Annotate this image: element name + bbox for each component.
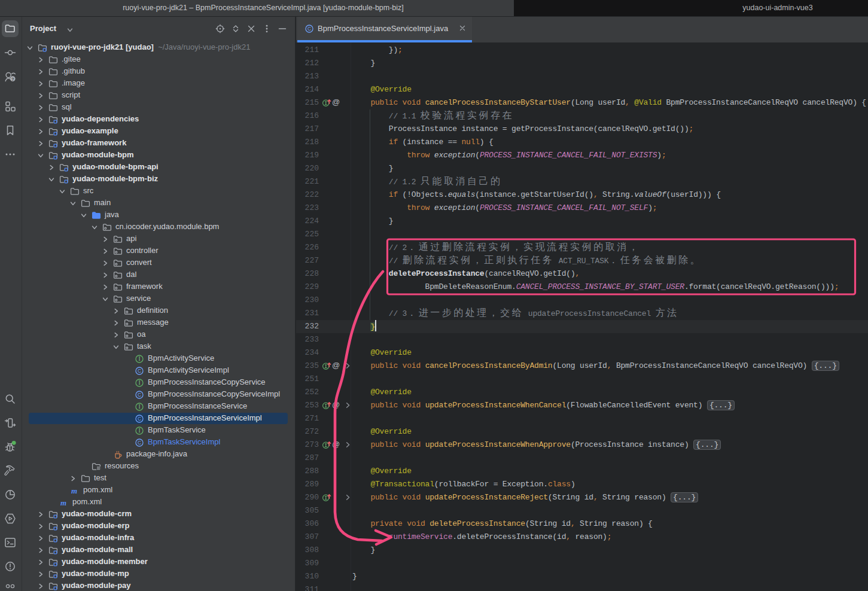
svg-text:C: C bbox=[307, 26, 311, 32]
svg-text:C: C bbox=[138, 440, 141, 446]
svg-text:C: C bbox=[138, 392, 141, 398]
svg-text:I: I bbox=[138, 356, 140, 362]
svg-text:I: I bbox=[138, 428, 140, 434]
svg-text:@: @ bbox=[332, 440, 340, 449]
svg-text:@: @ bbox=[332, 98, 340, 106]
svg-text:m: m bbox=[71, 486, 77, 495]
svg-text:C: C bbox=[138, 368, 141, 374]
svg-text:I: I bbox=[138, 404, 140, 410]
svg-text:m: m bbox=[60, 498, 66, 507]
svg-text:I: I bbox=[138, 380, 140, 386]
svg-text:@: @ bbox=[332, 361, 340, 370]
svg-text:@: @ bbox=[332, 400, 340, 409]
svg-text:C: C bbox=[138, 416, 141, 422]
svg-text:?: ? bbox=[11, 77, 14, 82]
